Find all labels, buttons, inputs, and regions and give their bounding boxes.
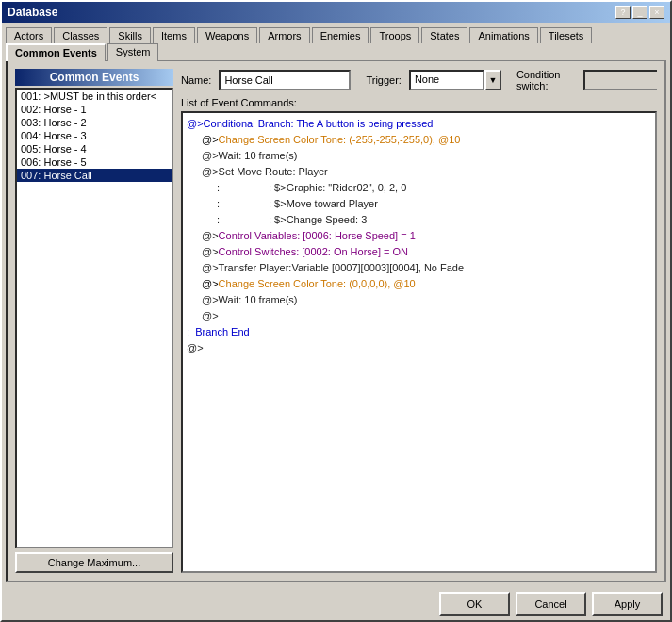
list-item[interactable]: 006: Horse - 5 <box>17 156 172 169</box>
event-line: : : $>Change Speed: 3 <box>217 212 651 228</box>
minimize-button[interactable]: _ <box>632 6 647 19</box>
condition-switch-label: Condition switch: <box>516 69 580 91</box>
tab-system[interactable]: System <box>107 43 159 61</box>
tab-classes[interactable]: Classes <box>54 27 107 43</box>
tabs-row: Actors Classes Skills Items Weapons Armo… <box>2 23 670 60</box>
list-item[interactable]: 004: Horse - 3 <box>17 129 172 142</box>
name-label: Name: <box>181 74 211 86</box>
event-line: @>Wait: 10 frame(s) <box>202 292 651 308</box>
left-panel: Common Events 001: >MUST be in this orde… <box>15 69 173 573</box>
tab-armors[interactable]: Armors <box>259 27 309 43</box>
trigger-select-wrapper: None ▼ <box>409 70 501 90</box>
help-button[interactable]: ? <box>615 6 631 19</box>
tab-skills[interactable]: Skills <box>109 27 151 43</box>
tab-states[interactable]: States <box>421 27 467 43</box>
event-line: @>Control Switches: [0002: On Horse] = O… <box>202 244 651 260</box>
events-list-label: List of Event Commands: <box>181 97 657 108</box>
list-item-selected[interactable]: 007: Horse Call <box>17 169 172 182</box>
list-item[interactable]: 005: Horse - 4 <box>17 142 172 156</box>
trigger-select[interactable]: None <box>409 70 484 90</box>
tab-actors[interactable]: Actors <box>6 27 52 43</box>
event-line: @>Set Move Route: Player <box>202 164 651 180</box>
list-item[interactable]: 003: Horse - 2 <box>17 116 172 129</box>
cancel-button[interactable]: Cancel <box>516 592 586 616</box>
event-line: @>Change Screen Color Tone: (-255,-255,-… <box>202 132 651 148</box>
panel-title: Common Events <box>15 69 173 86</box>
window-title: Database <box>8 6 57 19</box>
event-line: @>Transfer Player:Variable [0007][0003][… <box>202 260 651 276</box>
event-commands-box[interactable]: @>Conditional Branch: The A button is be… <box>181 111 657 573</box>
main-area: Common Events 001: >MUST be in this orde… <box>15 69 657 573</box>
condition-switch-group: Condition switch: ▶ <box>516 69 657 91</box>
trigger-label: Trigger: <box>366 74 402 86</box>
ok-button[interactable]: OK <box>439 592 510 616</box>
tab-tilesets[interactable]: Tilesets <box>540 27 593 43</box>
event-line: @>Wait: 10 frame(s) <box>202 148 651 164</box>
event-line: : Branch End <box>187 324 651 340</box>
close-button[interactable]: × <box>649 6 664 19</box>
tab-enemies[interactable]: Enemies <box>312 27 369 43</box>
trigger-dropdown-btn[interactable]: ▼ <box>484 70 501 90</box>
event-line: @>Change Screen Color Tone: (0,0,0,0), @… <box>202 276 651 292</box>
event-line: : : $>Move toward Player <box>217 196 651 212</box>
tab-weapons[interactable]: Weapons <box>197 27 257 43</box>
right-panel: Name: Trigger: None ▼ Condition switch: … <box>181 69 657 573</box>
list-item[interactable]: 001: >MUST be in this order< <box>17 90 172 103</box>
event-line: : : $>Graphic: "Rider02", 0, 2, 0 <box>217 180 651 196</box>
change-maximum-button[interactable]: Change Maximum... <box>15 552 173 573</box>
tab-animations[interactable]: Animations <box>469 27 537 43</box>
event-line: @> <box>202 308 651 324</box>
apply-button[interactable]: Apply <box>592 592 663 616</box>
event-line: @> <box>187 340 651 356</box>
title-bar-controls: ? _ × <box>615 6 664 19</box>
name-input[interactable] <box>219 70 351 90</box>
bottom-buttons: OK Cancel Apply <box>2 586 670 620</box>
event-line: @>Control Variables: [0006: Horse Speed]… <box>202 228 651 244</box>
common-events-list[interactable]: 001: >MUST be in this order< 002: Horse … <box>15 88 173 548</box>
title-bar: Database ? _ × <box>2 2 670 23</box>
form-row: Name: Trigger: None ▼ Condition switch: … <box>181 69 657 91</box>
event-line: @>Conditional Branch: The A button is be… <box>187 116 651 132</box>
tab-troops[interactable]: Troops <box>370 27 419 43</box>
tab-items[interactable]: Items <box>153 27 195 43</box>
list-item[interactable]: 002: Horse - 1 <box>17 103 172 116</box>
tab-common-events[interactable]: Common Events <box>6 43 106 61</box>
condition-switch-input <box>583 70 657 90</box>
tab-content: Common Events 001: >MUST be in this orde… <box>6 60 666 582</box>
database-window: Database ? _ × Actors Classes Skills Ite… <box>0 0 672 622</box>
